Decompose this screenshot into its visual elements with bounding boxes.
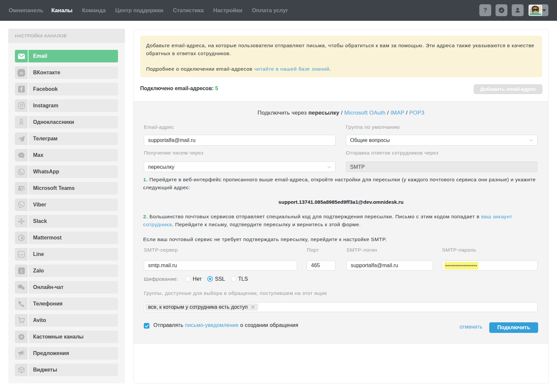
svg-text:Z: Z bbox=[20, 269, 22, 273]
svg-text:?: ? bbox=[484, 7, 487, 14]
svg-text:LINE: LINE bbox=[20, 254, 23, 256]
svg-text:vk: vk bbox=[20, 71, 23, 75]
